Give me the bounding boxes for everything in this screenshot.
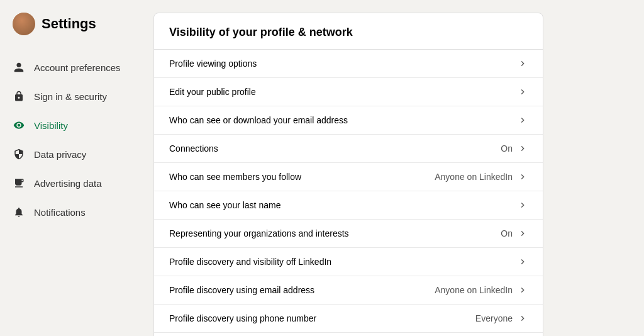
row-label: Connections — [169, 143, 218, 154]
ad-icon — [13, 177, 25, 189]
row-left: Who can see members you follow — [169, 172, 435, 182]
person-icon — [13, 61, 25, 74]
row-right — [518, 87, 528, 97]
settings-row-profile-viewing-options[interactable]: Profile viewing options — [154, 50, 543, 78]
row-left: Profile discovery and visibility off Lin… — [169, 257, 518, 267]
sidebar-item-label: Sign in & security — [34, 91, 107, 102]
settings-row-representing-organizations[interactable]: Representing your organizations and inte… — [154, 220, 543, 248]
row-label: Profile discovery using phone number — [169, 313, 316, 323]
settings-row-who-can-see-email[interactable]: Who can see or download your email addre… — [154, 106, 543, 135]
sidebar-item-visibility[interactable]: Visibility — [10, 111, 138, 140]
chevron-right-icon — [518, 257, 528, 267]
chevron-right-icon — [518, 115, 528, 125]
row-left: Representing your organizations and inte… — [169, 228, 501, 238]
settings-row-profile-discovery-email[interactable]: Profile discovery using email addressAny… — [154, 276, 543, 305]
row-value: On — [501, 228, 513, 238]
row-right — [518, 257, 528, 267]
settings-row-connections[interactable]: ConnectionsOn — [154, 135, 543, 163]
settings-row-profile-discovery-phone[interactable]: Profile discovery using phone numberEver… — [154, 305, 543, 333]
row-label: Who can see your last name — [169, 200, 280, 210]
chevron-right-icon — [518, 228, 528, 238]
chevron-right-icon — [518, 313, 528, 323]
row-left: Profile discovery using email address — [169, 285, 435, 295]
chevron-right-icon — [518, 200, 528, 210]
sidebar-item-label: Account preferences — [34, 62, 121, 73]
lock-icon — [13, 90, 25, 103]
row-left: Who can see or download your email addre… — [169, 115, 518, 125]
sidebar-item-label: Advertising data — [34, 178, 102, 189]
row-label: Edit your public profile — [169, 87, 256, 97]
row-label: Who can see members you follow — [169, 172, 301, 182]
row-label: Representing your organizations and inte… — [169, 228, 349, 238]
sidebar-item-label: Notifications — [34, 207, 86, 218]
main-content: Visibility of your profile & network Pro… — [138, 0, 644, 336]
row-right: On — [501, 143, 528, 154]
row-value: On — [501, 143, 513, 154]
row-value: Anyone on LinkedIn — [435, 172, 513, 182]
eye-icon — [13, 119, 25, 132]
row-value: Anyone on LinkedIn — [435, 285, 513, 295]
row-right: On — [501, 228, 528, 238]
row-left: Connections — [169, 143, 501, 154]
row-right — [518, 59, 528, 69]
chevron-right-icon — [518, 59, 528, 69]
row-label: Profile discovery using email address — [169, 285, 314, 295]
row-right: Everyone — [475, 313, 528, 323]
settings-row-who-can-see-last-name[interactable]: Who can see your last name — [154, 191, 543, 220]
sidebar-item-sign-in-security[interactable]: Sign in & security — [10, 82, 138, 111]
card-header: Visibility of your profile & network — [154, 13, 543, 50]
row-left: Who can see your last name — [169, 200, 518, 210]
settings-row-profile-discovery-off-linkedin[interactable]: Profile discovery and visibility off Lin… — [154, 248, 543, 276]
chevron-right-icon — [518, 172, 528, 182]
row-right: Anyone on LinkedIn — [435, 172, 528, 182]
row-label: Profile viewing options — [169, 59, 257, 69]
chevron-right-icon — [518, 285, 528, 295]
row-label: Profile discovery and visibility off Lin… — [169, 257, 331, 267]
chevron-right-icon — [518, 143, 528, 154]
settings-card: Visibility of your profile & network Pro… — [153, 13, 543, 336]
chevron-right-icon — [518, 87, 528, 97]
sidebar-item-label: Data privacy — [34, 149, 86, 160]
row-left: Edit your public profile — [169, 87, 518, 97]
row-right — [518, 115, 528, 125]
sidebar-header: Settings — [10, 13, 138, 35]
row-value: Everyone — [475, 313, 513, 323]
sidebar-nav: Account preferencesSign in & securityVis… — [10, 53, 138, 227]
settings-row-edit-public-profile[interactable]: Edit your public profile — [154, 78, 543, 106]
bell-icon — [13, 206, 25, 218]
settings-row-who-can-see-members-follow[interactable]: Who can see members you followAnyone on … — [154, 163, 543, 191]
settings-rows: Profile viewing optionsEdit your public … — [154, 50, 543, 336]
settings-title: Settings — [42, 16, 96, 32]
row-right — [518, 200, 528, 210]
sidebar-item-advertising-data[interactable]: Advertising data — [10, 169, 138, 198]
sidebar-item-data-privacy[interactable]: Data privacy — [10, 140, 138, 169]
shield-icon — [13, 148, 25, 160]
row-right: Anyone on LinkedIn — [435, 285, 528, 295]
avatar — [13, 13, 35, 35]
row-left: Profile discovery using phone number — [169, 313, 475, 323]
row-left: Profile viewing options — [169, 59, 518, 69]
sidebar-item-label: Visibility — [34, 120, 68, 131]
sidebar: Settings Account preferencesSign in & se… — [0, 0, 138, 336]
sidebar-item-notifications[interactable]: Notifications — [10, 198, 138, 227]
sidebar-item-account-preferences[interactable]: Account preferences — [10, 53, 138, 82]
card-title: Visibility of your profile & network — [169, 26, 353, 38]
settings-row-blocking[interactable]: Blocking — [154, 333, 543, 336]
row-label: Who can see or download your email addre… — [169, 115, 348, 125]
